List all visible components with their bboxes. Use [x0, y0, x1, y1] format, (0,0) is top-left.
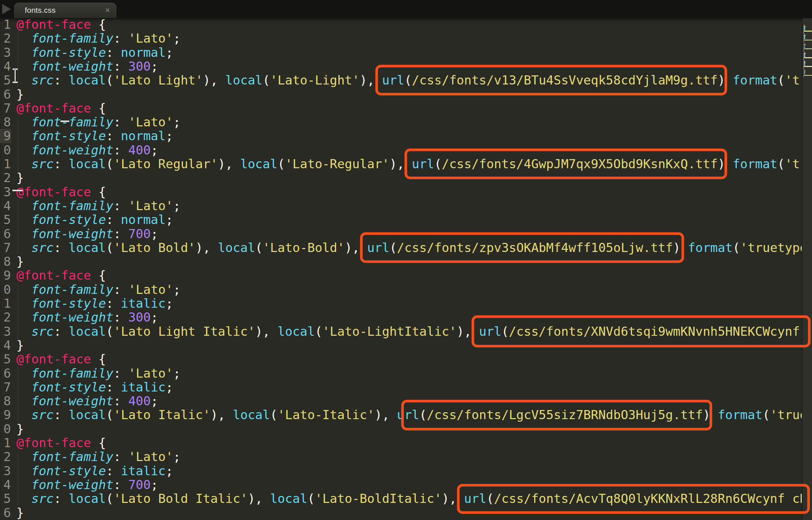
code-line[interactable]: 4 font-weight: 700; [0, 478, 812, 492]
code-line[interactable]: 5@font-face { [0, 352, 812, 366]
token: 'Lato-BoldItalic' [315, 492, 442, 505]
minimap-line [803, 36, 805, 38]
line-number: 2 [0, 450, 11, 464]
code-line[interactable]: 5 src: local('Lato Light'), local('Lato-… [0, 73, 812, 87]
code-line[interactable]: 8} [0, 255, 812, 268]
token [16, 143, 31, 157]
code-line[interactable]: 6 font-family: 'Lato'; [0, 366, 812, 380]
token: ; [151, 478, 158, 492]
sidebar-toggle-icon[interactable] [2, 4, 11, 14]
token: ), [442, 492, 464, 505]
code-line[interactable]: 9 src: local('Lato Italic'), local('Lato… [0, 408, 812, 422]
code-line[interactable]: 7 font-style: italic; [0, 380, 812, 394]
line-number: 4 [0, 478, 11, 492]
token [16, 129, 31, 143]
token: ), [195, 241, 218, 255]
code-line[interactable]: 1@font-face { [0, 436, 812, 450]
code-line[interactable]: 5 font-style: normal; [0, 213, 812, 226]
token: ( [777, 157, 785, 171]
code-line[interactable]: 4} [0, 338, 812, 352]
minimap-line [803, 67, 804, 68]
line-number: 7 [0, 101, 11, 115]
token: ; [165, 380, 173, 394]
code-text: @font-face { [16, 436, 106, 450]
token: local [69, 73, 106, 87]
code-line[interactable]: 0} [0, 422, 812, 436]
code-line[interactable]: 7@font-face { [0, 101, 812, 115]
minimap[interactable] [802, 18, 812, 520]
code-line[interactable]: 9@font-face { [0, 268, 812, 282]
code-line[interactable]: 6} [0, 506, 812, 520]
token: format [688, 241, 733, 255]
line-number: 7 [0, 380, 11, 394]
code-line[interactable]: 0 font-family: 'Lato'; [0, 283, 812, 296]
token: ; [151, 143, 158, 157]
code-text: @font-face { [16, 101, 106, 115]
token: 'Lato Bold' [113, 241, 195, 255]
code-text: src: local('Lato Regular'), local('Lato-… [16, 157, 812, 171]
token: ( [106, 241, 113, 255]
token: 700 [128, 478, 151, 492]
token: format [733, 73, 777, 87]
code-line[interactable]: 3@font-face { [0, 185, 812, 199]
line-number: 2 [0, 31, 11, 45]
code-line[interactable]: 1 src: local('Lato Regular'), local('Lat… [0, 157, 812, 171]
code-area[interactable]: 1@font-face {2 font-family: 'Lato';3 fon… [0, 17, 812, 520]
token: ; [173, 283, 180, 296]
token [91, 17, 98, 31]
token: ) [718, 73, 733, 87]
token [16, 157, 31, 171]
token: local [69, 324, 106, 338]
code-line[interactable]: 7 src: local('Lato Bold'), local('Lato-B… [0, 241, 812, 255]
code-line[interactable]: 2 font-weight: 300; [0, 310, 812, 324]
code-line[interactable]: 2} [0, 171, 812, 185]
code-line[interactable]: 2 font-family: 'Lato'; [0, 450, 812, 464]
token [16, 464, 31, 478]
minimap-line [803, 46, 805, 47]
minimap-line [803, 32, 804, 33]
token: ; [173, 31, 180, 45]
token: ( [405, 73, 412, 87]
token [16, 310, 31, 324]
tab-fonts-css[interactable]: fonts.css × [14, 3, 117, 18]
token: : [106, 46, 121, 59]
token: font-family [31, 115, 113, 129]
code-line[interactable]: 8 font-family: 'Lato'; [0, 115, 812, 129]
token: 'Lato Italic' [113, 408, 210, 422]
code-line[interactable]: 6 font-weight: 700; [0, 227, 812, 241]
line-number: 7 [0, 241, 11, 255]
token: font-weight [31, 478, 113, 492]
code-text: font-style: normal; [16, 46, 173, 59]
token [91, 268, 98, 282]
code-line[interactable]: 5 src: local('Lato Bold Italic'), local(… [0, 492, 812, 505]
code-line[interactable]: 4 font-family: 'Lato'; [0, 199, 812, 213]
minimap-line [803, 50, 804, 51]
token: ), [203, 73, 225, 87]
indent-guide [17, 283, 18, 338]
code-line[interactable]: 3 font-style: normal; [0, 46, 812, 59]
code-line[interactable]: 8 font-weight: 400; [0, 394, 812, 408]
code-line[interactable]: 3 font-style: italic; [0, 464, 812, 478]
token: { [98, 352, 106, 366]
code-text: font-family: 'Lato'; [16, 283, 180, 296]
code-line[interactable]: 2 font-family: 'Lato'; [0, 31, 812, 45]
code-text: font-weight: 400; [16, 143, 158, 157]
code-line[interactable]: 6} [0, 87, 812, 101]
minimap-line [803, 47, 805, 48]
token: : [106, 129, 121, 143]
token: font-style [31, 46, 106, 59]
tab-close-icon[interactable]: × [105, 5, 110, 15]
token: font-weight [31, 227, 113, 241]
token: @font-face [16, 352, 91, 366]
code-line[interactable]: 1 font-style: italic; [0, 296, 812, 310]
code-line[interactable]: 9 font-style: normal; [0, 129, 812, 143]
line-number: 8 [0, 394, 11, 408]
code-line[interactable]: 1@font-face { [0, 17, 812, 31]
token: font-family [31, 366, 113, 380]
code-line[interactable]: 0 font-weight: 400; [0, 143, 812, 157]
code-line[interactable]: 4 font-weight: 300; [0, 59, 812, 73]
token: { [98, 268, 106, 282]
code-line[interactable]: 3 src: local('Lato Light Italic'), local… [0, 324, 812, 338]
token [91, 101, 98, 115]
token: ( [106, 408, 113, 422]
